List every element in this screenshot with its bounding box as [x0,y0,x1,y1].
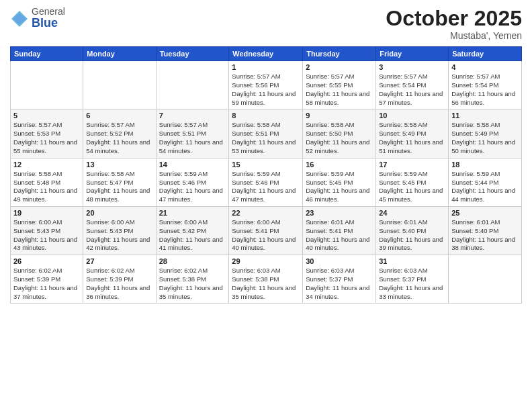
day-number: 1 [232,63,300,71]
day-number: 3 [379,63,445,71]
table-row: 31Sunrise: 6:03 AMSunset: 5:37 PMDayligh… [376,255,449,304]
day-info: Sunrise: 6:02 AMSunset: 5:39 PMDaylight:… [13,267,80,301]
table-row: 29Sunrise: 6:03 AMSunset: 5:38 PMDayligh… [229,255,303,304]
col-friday: Friday [376,47,449,61]
calendar-week-3: 12Sunrise: 5:58 AMSunset: 5:48 PMDayligh… [11,158,522,206]
calendar-week-1: 1Sunrise: 5:57 AMSunset: 5:56 PMDaylight… [11,61,522,109]
calendar-week-2: 5Sunrise: 5:57 AMSunset: 5:53 PMDaylight… [11,109,522,158]
table-row: 2Sunrise: 5:57 AMSunset: 5:55 PMDaylight… [303,61,376,109]
day-number: 21 [159,209,226,217]
day-info: Sunrise: 5:58 AMSunset: 5:48 PMDaylight:… [13,170,80,204]
day-number: 11 [451,111,519,120]
day-number: 17 [379,161,445,169]
day-number: 5 [13,111,80,120]
day-number: 30 [306,257,373,265]
day-info: Sunrise: 6:03 AMSunset: 5:38 PMDaylight:… [232,267,300,301]
location-subtitle: Mustaba', Yemen [386,30,522,41]
day-info: Sunrise: 5:57 AMSunset: 5:51 PMDaylight:… [159,121,226,155]
title-block: October 2025 Mustaba', Yemen [386,7,522,41]
day-number: 9 [306,111,373,120]
table-row: 15Sunrise: 5:59 AMSunset: 5:46 PMDayligh… [229,158,303,206]
table-row: 3Sunrise: 5:57 AMSunset: 5:54 PMDaylight… [376,61,449,109]
logo-general-text: General [32,7,65,17]
day-number: 12 [13,161,80,169]
calendar-week-4: 19Sunrise: 6:00 AMSunset: 5:43 PMDayligh… [11,206,522,255]
day-info: Sunrise: 5:58 AMSunset: 5:47 PMDaylight:… [86,170,152,204]
svg-marker-1 [13,13,26,25]
day-number: 22 [232,209,300,217]
table-row: 19Sunrise: 6:00 AMSunset: 5:43 PMDayligh… [11,206,83,255]
col-saturday: Saturday [449,47,522,61]
table-row: 5Sunrise: 5:57 AMSunset: 5:53 PMDaylight… [11,109,83,158]
table-row: 10Sunrise: 5:58 AMSunset: 5:49 PMDayligh… [376,109,449,158]
day-info: Sunrise: 6:03 AMSunset: 5:37 PMDaylight:… [379,267,445,301]
day-number: 20 [86,209,152,217]
day-info: Sunrise: 6:01 AMSunset: 5:41 PMDaylight:… [306,218,373,253]
table-row: 23Sunrise: 6:01 AMSunset: 5:41 PMDayligh… [303,206,376,255]
day-info: Sunrise: 5:58 AMSunset: 5:50 PMDaylight:… [306,121,373,155]
day-number: 4 [451,63,519,71]
day-info: Sunrise: 6:01 AMSunset: 5:40 PMDaylight:… [379,218,445,253]
day-number: 23 [306,209,373,217]
col-thursday: Thursday [303,47,376,61]
table-row: 21Sunrise: 6:00 AMSunset: 5:42 PMDayligh… [156,206,229,255]
day-number: 6 [86,111,152,120]
day-number: 25 [451,209,519,217]
col-sunday: Sunday [11,47,83,61]
day-number: 24 [379,209,445,217]
table-row: 4Sunrise: 5:57 AMSunset: 5:54 PMDaylight… [449,61,522,109]
table-row: 26Sunrise: 6:02 AMSunset: 5:39 PMDayligh… [11,255,83,304]
day-number: 2 [306,63,373,71]
table-row: 17Sunrise: 5:59 AMSunset: 5:45 PMDayligh… [376,158,449,206]
day-info: Sunrise: 5:58 AMSunset: 5:49 PMDaylight:… [451,121,519,155]
table-row: 11Sunrise: 5:58 AMSunset: 5:49 PMDayligh… [449,109,522,158]
table-row: 18Sunrise: 5:59 AMSunset: 5:44 PMDayligh… [449,158,522,206]
day-info: Sunrise: 6:02 AMSunset: 5:39 PMDaylight:… [86,267,152,301]
day-info: Sunrise: 5:58 AMSunset: 5:51 PMDaylight:… [232,121,300,155]
day-info: Sunrise: 5:58 AMSunset: 5:49 PMDaylight:… [379,121,445,155]
table-row: 27Sunrise: 6:02 AMSunset: 5:39 PMDayligh… [83,255,156,304]
table-row: 24Sunrise: 6:01 AMSunset: 5:40 PMDayligh… [376,206,449,255]
day-info: Sunrise: 6:00 AMSunset: 5:43 PMDaylight:… [86,218,152,253]
table-row [11,61,83,109]
table-row: 12Sunrise: 5:58 AMSunset: 5:48 PMDayligh… [11,158,83,206]
day-info: Sunrise: 5:57 AMSunset: 5:52 PMDaylight:… [86,121,152,155]
col-wednesday: Wednesday [229,47,303,61]
day-info: Sunrise: 6:03 AMSunset: 5:37 PMDaylight:… [306,267,373,301]
day-number: 27 [86,257,152,265]
day-number: 16 [306,161,373,169]
table-row: 13Sunrise: 5:58 AMSunset: 5:47 PMDayligh… [83,158,156,206]
table-row: 14Sunrise: 5:59 AMSunset: 5:46 PMDayligh… [156,158,229,206]
day-info: Sunrise: 6:00 AMSunset: 5:43 PMDaylight:… [13,218,80,253]
day-info: Sunrise: 5:59 AMSunset: 5:46 PMDaylight:… [159,170,226,204]
day-number: 7 [159,111,226,120]
day-number: 13 [86,161,152,169]
day-info: Sunrise: 5:59 AMSunset: 5:45 PMDaylight:… [379,170,445,204]
table-row [156,61,229,109]
col-monday: Monday [83,47,156,61]
logo-text: General Blue [32,7,65,30]
day-info: Sunrise: 5:57 AMSunset: 5:54 PMDaylight:… [379,73,445,107]
day-number: 15 [232,161,300,169]
day-info: Sunrise: 5:57 AMSunset: 5:55 PMDaylight:… [306,73,373,107]
day-info: Sunrise: 5:59 AMSunset: 5:45 PMDaylight:… [306,170,373,204]
day-info: Sunrise: 6:00 AMSunset: 5:41 PMDaylight:… [232,218,300,253]
month-title: October 2025 [386,7,522,30]
table-row [83,61,156,109]
table-row: 20Sunrise: 6:00 AMSunset: 5:43 PMDayligh… [83,206,156,255]
day-info: Sunrise: 6:00 AMSunset: 5:42 PMDaylight:… [159,218,226,253]
table-row: 6Sunrise: 5:57 AMSunset: 5:52 PMDaylight… [83,109,156,158]
day-number: 26 [13,257,80,265]
day-number: 10 [379,111,445,120]
logo-icon [10,9,29,28]
col-tuesday: Tuesday [156,47,229,61]
table-row: 30Sunrise: 6:03 AMSunset: 5:37 PMDayligh… [303,255,376,304]
logo: General Blue [10,7,65,30]
table-row: 9Sunrise: 5:58 AMSunset: 5:50 PMDaylight… [303,109,376,158]
calendar-table: Sunday Monday Tuesday Wednesday Thursday… [10,46,522,304]
logo-blue-text: Blue [32,17,65,30]
day-number: 31 [379,257,445,265]
table-row [449,255,522,304]
table-row: 16Sunrise: 5:59 AMSunset: 5:45 PMDayligh… [303,158,376,206]
table-row: 1Sunrise: 5:57 AMSunset: 5:56 PMDaylight… [229,61,303,109]
